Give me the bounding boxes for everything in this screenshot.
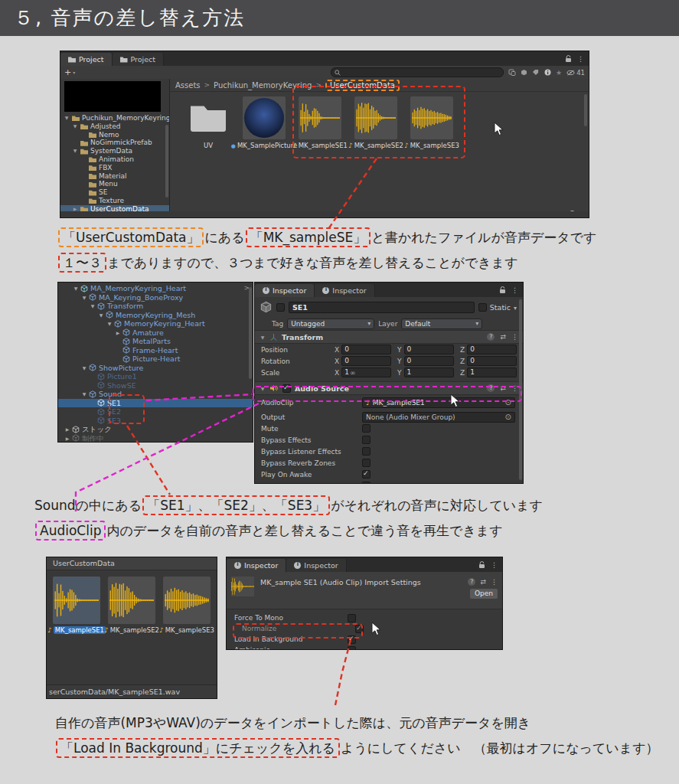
hierarchy-item[interactable]: ▼ ShowPicture [58,364,253,373]
hierarchy-item[interactable]: ShowSE [58,381,253,390]
tag-dropdown[interactable]: Untagged [287,318,374,329]
hierarchy-item[interactable]: MetalParts [58,337,253,346]
slider-knob[interactable] [570,211,575,211]
hierarchy-item[interactable]: ▼ MA_MemoryKeyring_Heart > [58,284,253,293]
file-item[interactable]: MK_sampleSE1 [53,577,100,634]
tree-item[interactable]: Nemo [60,131,169,139]
search-by-type-icon[interactable] [508,69,516,76]
tree-item[interactable]: NoGimmickPrefab [60,139,169,147]
tree-item[interactable]: ▼ Adjusted [60,122,169,131]
object-picker-icon[interactable] [505,398,511,407]
hierarchy-item[interactable]: Picture-Heart [58,354,253,364]
component-enabled-checkbox[interactable] [282,384,291,393]
hierarchy-item[interactable]: SE2 [58,407,253,416]
open-button[interactable]: Open [470,589,498,599]
transform-section-header[interactable]: ▼ Transform [255,330,523,344]
menu-icon[interactable] [491,561,498,569]
expand-arrow-icon[interactable]: ▼ [90,302,96,311]
audio-source-section-header[interactable]: ▼ Audio Source [255,381,523,395]
tab-inspector-2[interactable]: Inspector [315,284,374,297]
hidden-count-toggle[interactable]: 41 [566,69,585,77]
property-checkbox[interactable] [355,625,364,633]
expand-arrow-icon[interactable]: ▶ [115,328,121,338]
active-checkbox[interactable] [276,303,285,312]
menu-icon[interactable] [491,578,498,586]
axis-y-field[interactable]: 0 [404,356,455,366]
scrollbar[interactable] [519,299,522,480]
static-dropdown-icon[interactable] [514,303,517,312]
hierarchy-item[interactable]: SE3 [58,416,253,426]
presets-icon[interactable] [500,333,506,341]
expand-arrow-icon[interactable]: ▼ [64,114,70,122]
menu-icon[interactable] [511,333,518,341]
hierarchy-item[interactable]: ▶ Amature [58,328,253,338]
property-checkbox[interactable] [362,482,371,484]
tab-project-2[interactable]: Project [113,53,165,66]
tree-item[interactable]: Material [60,172,169,181]
property-checkbox[interactable] [362,447,371,456]
layer-dropdown[interactable]: Default [401,318,482,329]
tab-inspector-2[interactable]: Inspector [286,559,346,572]
file-item[interactable]: MK_sampleSE3 [410,96,453,149]
tab-inspector-1[interactable]: Inspector [227,559,286,572]
hierarchy-item[interactable]: ▼ MA_Keyring_BoneProxy [58,293,253,302]
foldout-arrow-icon[interactable]: ▼ [260,335,266,340]
lock-icon[interactable] [565,55,572,63]
search-input[interactable] [331,67,504,77]
menu-icon[interactable] [511,384,518,392]
file-item[interactable]: MK_sampleSE2 [354,96,397,149]
static-checkbox[interactable] [478,303,487,312]
file-item[interactable]: MK_sampleSE1 [299,96,341,149]
property-checkbox[interactable] [362,436,371,444]
expand-arrow-icon[interactable]: ▼ [81,390,87,399]
tree-item[interactable]: SE [60,188,169,197]
foldout-arrow-icon[interactable]: ▼ [260,386,266,391]
file-item[interactable]: MK_sampleSE2 [108,577,155,634]
expand-arrow-icon[interactable]: ▶ [72,205,78,211]
hierarchy-item[interactable]: ▶ 制作中 [58,434,253,443]
scrollbar[interactable] [249,287,252,379]
axis-x-field[interactable]: 0 [341,356,391,366]
menu-icon[interactable] [511,286,518,294]
tree-item[interactable]: FBX [60,164,169,172]
property-checkbox[interactable] [362,424,371,433]
tree-item[interactable]: ▼ SystemData [60,147,169,155]
axis-y-field[interactable]: 1 [404,368,455,377]
hierarchy-item[interactable]: ▼ Sound [58,390,253,399]
audioclip-object-field[interactable]: MK_sampleSE1 [362,397,515,408]
tab-project-1[interactable]: Project [60,53,113,66]
lock-icon[interactable] [499,286,506,294]
axis-y-field[interactable]: 0 [404,345,455,354]
link-icon[interactable] [350,369,356,377]
presets-icon[interactable] [500,384,506,392]
axis-z-field[interactable]: 0 [467,345,517,354]
label-icon[interactable] [532,69,540,76]
lock-icon[interactable] [478,561,485,569]
axis-z-field[interactable]: 1 [467,368,517,377]
expand-arrow-icon[interactable]: ▼ [73,284,79,293]
tree-item[interactable]: Animation [60,155,169,164]
file-item[interactable]: MK_sampleSE3 [163,577,211,634]
property-checkbox[interactable] [362,459,371,467]
tab-inspector-1[interactable]: Inspector [255,284,315,297]
tree-item[interactable]: Menu [60,180,169,188]
tree-item[interactable]: ▶ UserCustomData [60,205,169,211]
expand-arrow-icon[interactable]: ▼ [81,364,87,373]
expand-arrow-icon[interactable]: ▼ [98,311,104,320]
hierarchy-item[interactable]: ▼ MemoryKeyring_Heart [58,319,253,328]
help-icon[interactable] [487,333,495,341]
hierarchy-item[interactable]: SE1 [58,399,253,408]
help-icon[interactable] [468,578,475,586]
axis-x-field[interactable]: 1 [341,368,391,377]
property-checkbox[interactable] [362,470,371,479]
object-picker-icon[interactable] [505,413,511,421]
property-checkbox[interactable] [348,635,356,644]
output-object-field[interactable]: None (Audio Mixer Group) [362,412,515,423]
hierarchy-item[interactable]: Frame-Heart [58,346,253,355]
tree-item[interactable]: Texture [60,197,169,205]
file-item[interactable]: UV [187,96,230,149]
axis-x-field[interactable]: 0 [341,345,391,354]
hierarchy-item[interactable]: ▶ ストック [58,425,253,434]
breadcrumb-current[interactable]: UserCustomData [325,80,400,91]
hierarchy-item[interactable]: ▼ Transform [58,302,253,311]
